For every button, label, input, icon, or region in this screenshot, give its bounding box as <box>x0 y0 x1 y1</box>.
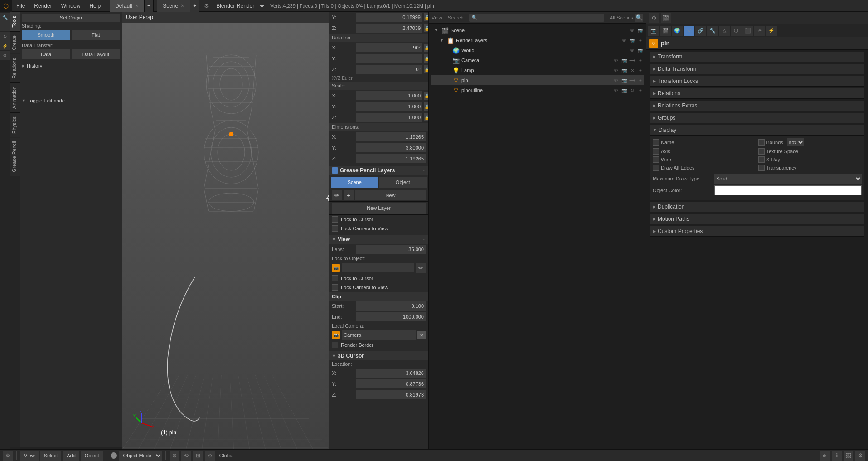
flat-btn[interactable]: Flat <box>72 30 120 40</box>
bb-view-btn[interactable]: View <box>20 451 39 461</box>
dim-z-input[interactable] <box>356 154 426 163</box>
gp-object-tab[interactable]: Object <box>379 177 427 188</box>
camera-extra-btn[interactable]: + <box>637 57 644 64</box>
gp-pencil-btn[interactable]: ✏ <box>332 190 342 200</box>
gp-scene-tab[interactable]: Scene <box>331 177 378 188</box>
tree-item-renderlayers[interactable]: ▼ 📋 RenderLayers 👁 📷 + <box>431 35 644 45</box>
sidebar-tab-relations[interactable]: Relations <box>10 54 20 82</box>
tree-item-world[interactable]: 🌍 World 👁 📷 <box>431 45 644 55</box>
lock-object-edit-btn[interactable]: ✏ <box>416 263 426 273</box>
scale-y-lock-btn[interactable]: 🔒 <box>424 102 428 111</box>
pe-constraints-btn[interactable]: 🔗 <box>695 26 706 36</box>
renderlayers-extra-btn[interactable]: + <box>637 37 644 44</box>
bb-timeline-btn[interactable]: ⏭ <box>820 451 830 461</box>
clip-start-input[interactable] <box>356 301 426 311</box>
lamp-link-btn[interactable]: ✕ <box>629 67 636 74</box>
lock-object-input[interactable] <box>342 263 414 272</box>
sidebar-tab-grease-pencil[interactable]: Grease Pencil <box>10 137 20 176</box>
scale-y-input[interactable] <box>356 102 422 111</box>
bb-add-btn[interactable]: Add <box>63 451 79 461</box>
smooth-btn[interactable]: Smooth <box>22 30 70 40</box>
lamp-extra-btn[interactable]: + <box>637 67 644 74</box>
display-wire-checkbox[interactable] <box>653 156 659 163</box>
pe-relations-header[interactable]: ▶ Relations <box>650 88 864 99</box>
left-tool-icon-5[interactable]: ⚙ <box>0 51 10 60</box>
tree-item-pin[interactable]: ▽ pin 👁 📷 ⟶ + <box>431 75 644 85</box>
bb-snap-btn[interactable]: ⊞ <box>193 451 203 461</box>
pe-particles-btn[interactable]: ✳ <box>754 26 765 36</box>
viewport[interactable]: User Persp <box>122 12 329 449</box>
data-layout-btn[interactable]: Data Layout <box>72 49 120 59</box>
set-origin-btn[interactable]: Set Origin <box>22 14 120 22</box>
display-name-checkbox[interactable] <box>653 139 659 146</box>
bb-settings-btn[interactable]: ⚙ <box>855 451 865 461</box>
display-bounds-checkbox[interactable] <box>758 139 765 146</box>
tab-add[interactable]: + <box>145 0 154 12</box>
tab-scene-add[interactable]: + <box>190 0 199 12</box>
lamp-render-btn[interactable]: 📷 <box>621 67 628 74</box>
tab-close-icon[interactable]: ✕ <box>135 3 139 8</box>
max-draw-type-select[interactable]: Solid <box>714 174 862 184</box>
pinoutline-eye-btn[interactable]: 👁 <box>612 87 620 94</box>
scene-render-btn[interactable]: 📷 <box>637 27 644 34</box>
rot-y-input[interactable] <box>356 54 422 63</box>
gp-add-btn[interactable]: + <box>344 190 354 200</box>
pe-world-btn[interactable]: 🌍 <box>672 26 683 36</box>
world-eye-btn[interactable]: 👁 <box>629 47 636 54</box>
gp-layers-section-header[interactable]: Grease Pencil Layers ⋯ <box>329 166 428 175</box>
data-btn[interactable]: Data <box>22 49 70 59</box>
lock-to-cursor-checkbox[interactable] <box>332 216 338 223</box>
view-lock-cursor-checkbox[interactable] <box>332 275 338 281</box>
scene-eye-btn[interactable]: 👁 <box>629 27 636 34</box>
rot-y-lock-btn[interactable]: 🔒 <box>424 54 428 63</box>
pe-groups-header[interactable]: ▶ Groups <box>650 113 864 123</box>
pe-modifiers-btn[interactable]: 🔧 <box>707 26 718 36</box>
pe-transform-header[interactable]: ▶ Transform <box>650 52 864 62</box>
rot-x-input[interactable] <box>356 43 422 52</box>
lock-camera-checkbox[interactable] <box>332 225 338 232</box>
pe-scene-btn[interactable]: 🎬 <box>660 26 671 36</box>
pe-data-btn[interactable]: △ <box>719 26 730 36</box>
menu-window[interactable]: Window <box>57 0 85 12</box>
pin-extra-btn[interactable]: + <box>637 77 644 84</box>
vpp-z-input[interactable] <box>356 24 422 33</box>
sidebar-tab-tools[interactable]: Tools <box>10 12 20 31</box>
pe-header-icon2[interactable]: 🎬 <box>661 13 671 23</box>
bounds-type-select[interactable]: Box <box>787 138 804 146</box>
pe-motion-paths-header[interactable]: ▶ Motion Paths <box>650 214 864 224</box>
rot-x-lock-btn[interactable]: 🔒 <box>424 44 428 52</box>
bb-info-btn[interactable]: ℹ <box>832 451 842 461</box>
vpp-y-input[interactable] <box>356 13 422 22</box>
gp-new-layer-btn[interactable]: New Layer <box>332 203 426 214</box>
history-section[interactable]: ▶ History ⋯ <box>22 63 120 68</box>
pin-render-btn[interactable]: 📷 <box>621 77 628 84</box>
outliner-search-bar[interactable]: 🔍 <box>469 14 605 22</box>
renderlayers-render-btn[interactable]: 📷 <box>629 37 636 44</box>
view-lock-camera-checkbox[interactable] <box>332 284 338 291</box>
scale-x-lock-btn[interactable]: 🔒 <box>424 92 428 100</box>
left-tool-icon-1[interactable]: 🔧 <box>0 13 10 22</box>
display-xray-checkbox[interactable] <box>758 156 765 163</box>
left-tool-icon-4[interactable]: ⚡ <box>0 41 10 50</box>
pe-display-header[interactable]: ▼ Display <box>650 125 864 136</box>
viewport-container[interactable]: User Persp <box>122 12 329 449</box>
pe-material-btn[interactable]: ⬡ <box>731 26 742 36</box>
tab-scene-close-icon[interactable]: ✕ <box>181 3 184 8</box>
cursor-y-input[interactable] <box>356 379 426 388</box>
world-render-btn[interactable]: 📷 <box>637 47 644 54</box>
display-transparency-checkbox[interactable] <box>758 165 765 171</box>
bb-mode-select[interactable]: Object Mode <box>119 451 162 461</box>
left-tool-icon-2[interactable]: + <box>0 22 10 31</box>
pinoutline-link-btn[interactable]: ↻ <box>629 87 636 94</box>
menu-help[interactable]: Help <box>85 0 105 12</box>
tree-item-camera[interactable]: 📷 Camera 👁 📷 ⟶ + <box>431 55 644 65</box>
object-color-swatch[interactable] <box>714 185 862 195</box>
menu-render[interactable]: Render <box>29 0 56 12</box>
local-camera-close-btn[interactable]: ✕ <box>417 331 426 339</box>
tree-item-pinoutline[interactable]: ▽ pinoutline 👁 📷 ↻ + <box>431 85 644 95</box>
sidebar-tab-animation[interactable]: Animation <box>10 82 20 112</box>
bb-proportional-btn[interactable]: ⊙ <box>205 451 215 461</box>
pe-object-btn[interactable]: ▽ <box>684 26 694 36</box>
cursor-x-input[interactable] <box>356 369 426 378</box>
bb-select-btn[interactable]: Select <box>40 451 62 461</box>
